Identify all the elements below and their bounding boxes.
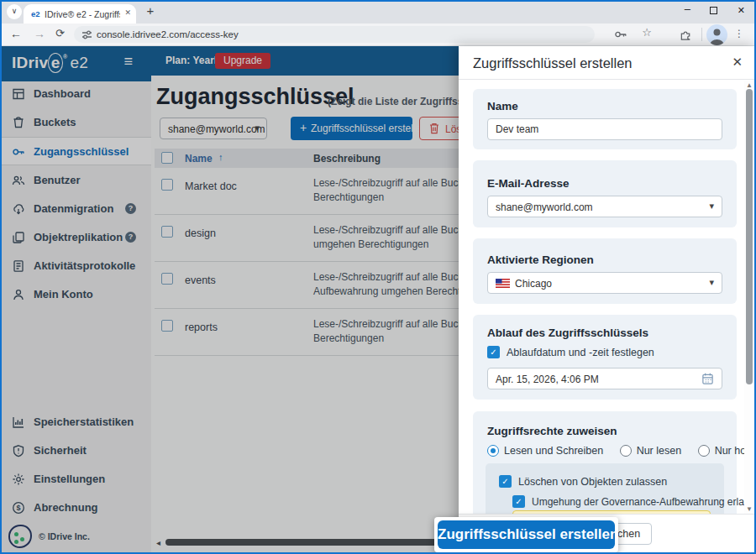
web-page: IDrive®e2 ≡ Dashboard Buckets Zugangssch… [0, 46, 756, 554]
chevron-down-icon: ▾ [709, 201, 714, 212]
profile-avatar[interactable] [706, 24, 727, 45]
maximize-button[interactable] [710, 7, 717, 14]
bookmark-star-icon[interactable]: ☆ [642, 26, 652, 39]
expiry-section: Ablauf des Zugriffsschlüssels ✓ Ablaufda… [473, 315, 737, 400]
us-flag-icon [496, 279, 510, 288]
site-favicon: e2 [31, 9, 40, 18]
toolbar-divider [701, 28, 702, 41]
email-section: E-Mail-Adresse shane@myworld.com ▾ [473, 160, 737, 227]
close-icon[interactable]: ✕ [732, 55, 743, 70]
radio-read-write[interactable]: Lesen und Schreiben [487, 445, 603, 457]
magnified-button-callout: Zugriffsschlüssel erstellen [434, 517, 618, 552]
reload-button[interactable]: ⟳ [55, 27, 65, 39]
chevron-down-icon: ▾ [709, 277, 714, 288]
create-access-key-cta-button[interactable]: Zugriffsschlüssel erstellen [438, 520, 615, 549]
create-access-key-drawer: Zugriffsschlüssel erstellen ✕ Name E-Mai… [459, 46, 756, 554]
radio-icon [698, 445, 710, 457]
browser-toolbar: ← → ⟳ console.idrivee2.com/access-key ☆ … [0, 24, 756, 46]
drawer-scrollbar[interactable]: ▲ ▼ [744, 81, 755, 514]
region-dropdown[interactable]: Chicago ▾ [487, 272, 722, 294]
expiry-date-input[interactable]: Apr. 15, 2026, 4:06 PM [487, 368, 722, 389]
permission-radios: Lesen und Schreiben Nur lesen Nur hochla… [487, 445, 731, 457]
tab-strip: ∨ e2 IDrive® e2 - Zugriffs- und Geh ✕ + … [0, 0, 756, 24]
radio-selected-icon [487, 445, 499, 457]
back-button[interactable]: ← [10, 27, 22, 40]
extensions-icon[interactable] [680, 29, 692, 41]
name-input[interactable] [487, 118, 722, 140]
region-section: Aktivierte Regionen Chicago ▾ [473, 238, 737, 304]
address-bar[interactable]: console.idrivee2.com/access-key [74, 26, 595, 43]
chevron-down-icon: ∨ [12, 7, 18, 15]
minimize-button[interactable]: – [685, 3, 690, 15]
forward-button[interactable]: → [34, 27, 45, 40]
drawer-body: Name E-Mail-Adresse shane@myworld.com ▾ … [459, 81, 744, 514]
radio-read-only[interactable]: Nur lesen [620, 445, 682, 457]
url-text: console.idrivee2.com/access-key [97, 29, 239, 39]
close-window-button[interactable]: ✕ [738, 5, 745, 16]
allow-delete-checkbox[interactable]: ✓ [499, 475, 512, 488]
tab-title: IDrive® e2 - Zugriffs- und Geh [45, 9, 120, 19]
drawer-title: Zugriffsschlüssel erstellen [473, 55, 633, 71]
calendar-icon [701, 372, 714, 385]
name-section: Name [473, 89, 737, 149]
email-dropdown[interactable]: shane@myworld.com ▾ [487, 196, 722, 217]
tab-search-button[interactable]: ∨ [7, 4, 22, 19]
radio-icon [620, 445, 632, 457]
site-settings-icon[interactable] [81, 29, 92, 40]
delete-permissions-box: ✓ Löschen von Objekten zulassen ✓ Umgehu… [486, 463, 724, 514]
expiry-checkbox[interactable]: ✓ [487, 346, 500, 358]
browser-tab[interactable]: e2 IDrive® e2 - Zugriffs- und Geh ✕ [24, 4, 136, 24]
tab-close-icon[interactable]: ✕ [124, 8, 131, 17]
scroll-down-icon[interactable]: ▼ [746, 505, 753, 513]
browser-window: ∨ e2 IDrive® e2 - Zugriffs- und Geh ✕ + … [0, 0, 756, 554]
radio-upload-only[interactable]: Nur hochladen [698, 445, 744, 457]
scroll-up-icon[interactable]: ▲ [746, 81, 753, 89]
drawer-header: Zugriffsschlüssel erstellen ✕ [459, 46, 756, 80]
browser-menu-icon[interactable]: ⋮ [734, 28, 744, 39]
password-key-icon[interactable] [614, 29, 627, 40]
permissions-section: Zugriffsrechte zuweisen Lesen und Schrei… [473, 411, 737, 514]
governance-bypass-checkbox[interactable]: ✓ [512, 495, 525, 508]
scrollbar-thumb[interactable] [746, 89, 753, 384]
new-tab-button[interactable]: + [143, 3, 158, 18]
